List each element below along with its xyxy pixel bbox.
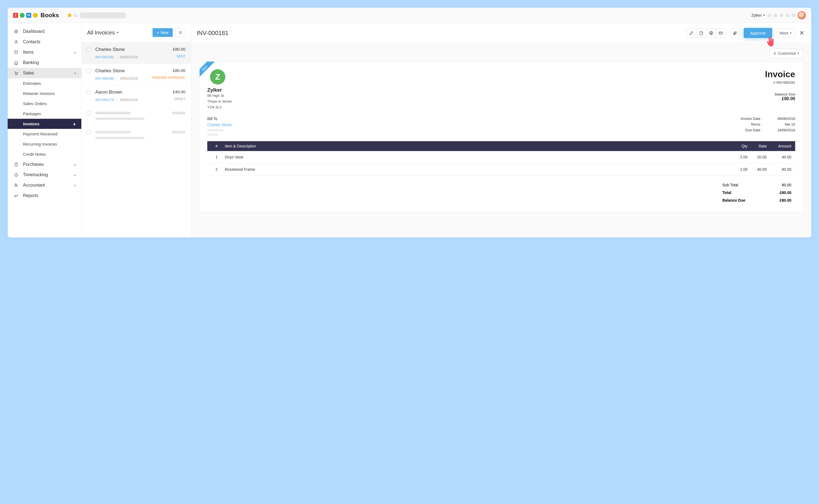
- list-menu-button[interactable]: ☰: [175, 28, 185, 37]
- svg-point-3: [15, 74, 16, 75]
- balance-due-amount: £80.00: [765, 96, 795, 101]
- accountant-icon: [13, 183, 19, 187]
- sidebar-sub-recurring-invoices[interactable]: Recurring Invoices: [8, 139, 81, 149]
- svg-point-0: [15, 30, 18, 33]
- list-filter-dropdown[interactable]: All Invoices ▼: [87, 30, 150, 36]
- meta-label: Due Date :: [735, 128, 762, 132]
- sidebar-sub-sales-orders[interactable]: Sales Orders: [8, 99, 81, 109]
- sidebar-sub-retainer-invoices[interactable]: Retainer Invoices: [8, 88, 81, 99]
- list-row-name: Aaron Brown: [95, 89, 185, 95]
- sidebar-item-sales[interactable]: Sales ▾: [8, 68, 81, 78]
- search-placeholder-pill[interactable]: [80, 12, 126, 18]
- printer-icon: [709, 31, 713, 35]
- app-name: Books: [40, 12, 59, 19]
- meta-row: Terms :Net 15: [735, 122, 795, 126]
- logo-o2-icon: [33, 13, 38, 18]
- gear-icon: [773, 51, 777, 55]
- dot-icon: [68, 13, 71, 17]
- meta-label: Terms :: [735, 122, 762, 126]
- sidebar-item-contacts[interactable]: Contacts: [8, 37, 81, 47]
- list-row-name: Charles Stone: [95, 68, 185, 74]
- sidebar-item-items[interactable]: Items ▸: [8, 47, 81, 57]
- more-button[interactable]: More ▼: [776, 28, 795, 38]
- list-row-amount: £80.00: [173, 47, 185, 51]
- svg-point-2: [15, 40, 17, 42]
- sidebar-item-accountant[interactable]: Accountant ▸: [8, 180, 81, 190]
- sidebar-sub-estimates[interactable]: Estimates: [8, 78, 81, 88]
- close-button[interactable]: ✕: [798, 30, 806, 37]
- meta-value: 09/08/2018: [771, 117, 795, 121]
- list-row-date: 09/08/2018: [117, 98, 138, 102]
- invoice-preview: Sent Z Zylker 86 High St Thirpe le Stree…: [199, 61, 803, 212]
- total-value: 80.00: [782, 183, 791, 187]
- checkbox[interactable]: [86, 111, 91, 115]
- sidebar-item-dashboard[interactable]: Dashboard: [8, 26, 81, 37]
- total-label: Sub Total: [722, 183, 738, 187]
- invoice-list-row[interactable]: Charles Stone £80.00 INV-000180 09/02/20…: [82, 63, 191, 85]
- sidebar: Dashboard Contacts Items ▸ Banking Sales…: [8, 23, 82, 237]
- col-header-desc: Item & Description: [222, 144, 731, 148]
- new-button[interactable]: + New: [152, 28, 173, 37]
- meta-row: Invoice Date :09/08/2018: [735, 117, 795, 121]
- logo-o-icon: [20, 13, 25, 18]
- list-row-invoice-number: INV-000179: [95, 98, 114, 102]
- new-button-label: New: [161, 30, 168, 35]
- invoice-list-row[interactable]: Aaron Brown £40.00 INV-000179 09/08/2018…: [82, 85, 191, 106]
- chevron-right-icon: ▸: [74, 51, 76, 54]
- items-header-row: # Item & Description Qty Rate Amount: [207, 141, 795, 151]
- print-button[interactable]: [706, 28, 716, 38]
- topbar: Z H Books Zylker ▼: [8, 8, 811, 23]
- invoice-list-row[interactable]: Charles Stone £80.00 INV-000181 09/08/20…: [82, 42, 191, 63]
- customize-button[interactable]: Customize ▼: [769, 49, 803, 58]
- item-rate: 40.00: [748, 167, 767, 172]
- mail-button[interactable]: [716, 28, 726, 38]
- logo[interactable]: Z H Books: [13, 12, 59, 19]
- sidebar-sub-packages[interactable]: Packages: [8, 109, 81, 119]
- checkbox[interactable]: [86, 69, 91, 73]
- topbar-action-icon[interactable]: [774, 13, 777, 17]
- sidebar-sub-payment-received[interactable]: Payment Received: [8, 129, 81, 139]
- bill-to-name[interactable]: Charles Stone: [207, 123, 735, 127]
- sidebar-item-label: Accountant: [23, 183, 45, 188]
- contacts-icon: [13, 40, 19, 44]
- sidebar-item-label: Banking: [23, 60, 39, 65]
- checkbox[interactable]: [86, 130, 91, 135]
- time-icon: [13, 173, 19, 177]
- customize-label: Customize: [778, 51, 796, 56]
- meta-row: Due Date :24/08/2018: [735, 128, 795, 132]
- balance-due-label: Balance Due: [765, 92, 795, 96]
- checkbox[interactable]: [86, 90, 91, 94]
- placeholder-line: [95, 131, 131, 134]
- org-switcher[interactable]: Zylker ▼: [751, 13, 765, 18]
- pdf-icon: [699, 31, 704, 35]
- add-icon[interactable]: +: [73, 121, 76, 127]
- checkbox[interactable]: [86, 47, 91, 52]
- sidebar-sub-credit-notes[interactable]: Credit Notes: [8, 149, 81, 159]
- topbar-action-icon[interactable]: [786, 13, 789, 17]
- detail-header: INV-000181 Approve More ▼ ✕: [191, 23, 811, 43]
- cursor-hand-icon: [766, 36, 776, 48]
- detail-title: INV-000181: [196, 30, 684, 37]
- avatar[interactable]: [798, 11, 806, 19]
- placeholder-line: [95, 137, 144, 139]
- sidebar-sub-invoices[interactable]: Invoices+: [8, 119, 81, 129]
- meta-value: Net 15: [771, 122, 795, 126]
- sidebar-item-reports[interactable]: Reports: [8, 190, 81, 201]
- attach-button[interactable]: [730, 28, 740, 38]
- sidebar-item-timetracking[interactable]: Timetracking ▸: [8, 170, 81, 180]
- pdf-button[interactable]: [696, 28, 706, 38]
- topbar-action-icon[interactable]: [768, 13, 771, 17]
- topbar-action-icon[interactable]: [792, 13, 795, 17]
- skeleton-row: [82, 106, 191, 125]
- more-button-label: More: [780, 31, 788, 35]
- sidebar-item-banking[interactable]: Banking: [8, 57, 81, 68]
- edit-button[interactable]: [686, 28, 696, 38]
- invoice-heading: Invoice: [765, 69, 795, 79]
- bill-to-label: Bill To: [207, 117, 735, 121]
- topbar-action-icon[interactable]: [780, 13, 783, 17]
- sidebar-item-purchases[interactable]: Purchases ▸: [8, 159, 81, 170]
- reports-icon: [13, 193, 19, 198]
- placeholder-line: [172, 131, 185, 134]
- svg-point-16: [774, 53, 775, 54]
- placeholder-line: [172, 112, 185, 114]
